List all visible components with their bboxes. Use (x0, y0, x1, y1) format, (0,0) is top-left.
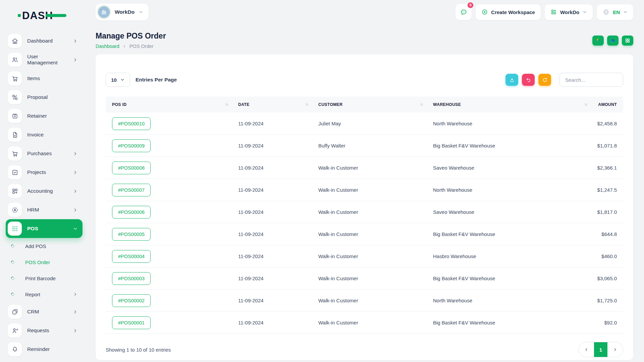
sidebar-subitem-add-pos[interactable]: Add POS (6, 238, 83, 254)
page-1-button[interactable]: 1 (594, 342, 607, 357)
cell-date: 11-09-2024 (232, 298, 312, 303)
chevron-right-icon (73, 309, 78, 314)
cell-date: 11-09-2024 (232, 231, 312, 237)
logo-accent-bar (46, 14, 66, 17)
column-header-warehouse[interactable]: WAREHOUSE (427, 97, 591, 113)
pos-id-link[interactable]: #POS00010 (112, 117, 151, 130)
pos-id-link[interactable]: #POS00001 (112, 316, 151, 329)
sidebar-subitem-report[interactable]: Report (6, 286, 83, 302)
sidebar-item-invoice[interactable]: Invoice (6, 125, 83, 144)
sidebar-item-label: Requests (27, 327, 49, 334)
chevron-right-icon (73, 328, 78, 333)
messages-button[interactable]: 0 (455, 4, 472, 20)
showing-entries-text: Showing 1 to 10 of 10 entries (106, 347, 171, 353)
sidebar-item-reminder[interactable]: Reminder (6, 340, 83, 359)
sidebar-item-crm[interactable]: CRM (6, 302, 83, 321)
table-body: #POS00010 11-09-2024 Juliet May North Wa… (106, 113, 623, 334)
cell-warehouse: Big Basket F&V Warehouse (427, 276, 591, 281)
pos-id-link[interactable]: #POS00003 (112, 272, 151, 285)
table-row: #POS00009 11-09-2024 Buffy Walter Big Ba… (106, 135, 623, 157)
app-switcher-button[interactable]: WorkDo (545, 4, 593, 20)
sort-icon (224, 102, 229, 107)
cell-customer: Walk-in Customer (312, 209, 427, 215)
table-row: #POS00004 11-09-2024 Walk-in Customer Ha… (106, 245, 623, 267)
sidebar-item-user-management[interactable]: User Management (6, 50, 83, 69)
sidebar-item-requests[interactable]: Requests (6, 321, 83, 340)
pos-order-card: 10 Entries Per Page (96, 54, 633, 360)
page-header-actions (592, 36, 633, 46)
icon-chip (8, 305, 22, 319)
sidebar-item-hrm[interactable]: HRM (6, 200, 83, 219)
refresh-button[interactable] (538, 74, 551, 86)
pos-id-link[interactable]: #POS00002 (112, 294, 151, 307)
cell-warehouse: North Warehouse (427, 298, 591, 303)
cell-customer: Walk-in Customer (312, 298, 427, 303)
check-square-icon (11, 169, 18, 176)
column-header-label: POS ID (112, 102, 126, 107)
column-header-pos-id[interactable]: POS ID (106, 97, 232, 113)
sidebar-subitem-pos-order[interactable]: POS Order (6, 254, 83, 270)
breadcrumb-current: POS Order (129, 44, 154, 49)
pos-id-link[interactable]: #POS00009 (112, 139, 151, 152)
sidebar: DASH Dashboard User Management Items Pro… (0, 0, 86, 362)
icon-chip (8, 53, 22, 67)
icon-chip (8, 203, 22, 217)
chevron-right-icon (613, 347, 618, 352)
search-input[interactable] (559, 73, 623, 87)
chevron-left-icon (584, 347, 589, 352)
breadcrumb-dashboard-link[interactable]: Dashboard (96, 44, 119, 49)
cell-customer: Walk-in Customer (312, 320, 427, 325)
table-row: #POS00006 11-09-2024 Walk-in Customer Sa… (106, 201, 623, 223)
person-plus-icon (11, 327, 18, 334)
entries-per-page-select[interactable]: 10 (106, 73, 130, 87)
next-page-button[interactable] (607, 342, 623, 357)
home-icon (11, 38, 18, 45)
create-workspace-label: Create Workspace (491, 9, 535, 15)
sidebar-item-dashboard[interactable]: Dashboard (6, 32, 83, 50)
sidebar-item-items[interactable]: Items (6, 69, 83, 88)
onedrive-button[interactable] (607, 36, 619, 46)
cell-amount: $1,071.8 (591, 143, 623, 148)
export-button[interactable] (505, 74, 518, 86)
sidebar-item-proposal[interactable]: Proposal (6, 88, 83, 107)
cell-warehouse: Big Basket F&V Warehouse (427, 231, 591, 237)
entries-per-page-value: 10 (111, 77, 117, 83)
table-row: #POS00005 11-09-2024 Walk-in Customer Bi… (106, 223, 623, 245)
sidebar-item-accounting[interactable]: Accounting (6, 182, 83, 200)
previous-page-button[interactable] (579, 342, 594, 357)
sidebar-item-label: Retainer (27, 113, 47, 119)
cell-customer: Walk-in Customer (312, 253, 427, 259)
sidebar-item-retainer[interactable]: Retainer (6, 107, 83, 125)
dots-grid-icon (11, 225, 18, 232)
column-header-customer[interactable]: CUSTOMER (312, 97, 427, 113)
column-header-date[interactable]: DATE (232, 97, 312, 113)
pos-id-link[interactable]: #POS00004 (112, 250, 151, 263)
language-selector[interactable]: EN (597, 4, 633, 20)
icon-chip (8, 342, 22, 356)
sort-icon (419, 102, 424, 107)
sidebar-item-purchases[interactable]: Purchases (6, 144, 83, 163)
sidebar-item-label: Projects (27, 169, 46, 175)
pos-id-link[interactable]: #POS00005 (112, 228, 151, 241)
pos-id-link[interactable]: #POS00007 (112, 184, 151, 196)
plus-circle-icon (481, 9, 488, 15)
sidebar-item-label: HRM (27, 207, 39, 213)
sidebar-item-pos[interactable]: POS (6, 219, 83, 238)
pos-id-link[interactable]: #POS00006 (112, 206, 151, 219)
chevron-right-icon (73, 292, 78, 297)
sidebar-subitem-print-barcode[interactable]: Print Barcode (6, 270, 83, 286)
pos-id-link[interactable]: #POS00008 (112, 162, 151, 174)
sidebar-item-projects[interactable]: Projects (6, 163, 83, 182)
column-header-label: AMOUNT (598, 102, 617, 107)
cell-amount: $1,725.0 (591, 298, 623, 303)
google-drive-button[interactable] (592, 36, 604, 46)
create-workspace-button[interactable]: Create Workspace (476, 4, 541, 20)
cart-icon (11, 150, 18, 157)
grid-view-button[interactable] (622, 36, 633, 46)
workspace-selector[interactable]: WorkDo (96, 4, 149, 20)
bullet-icon (10, 260, 15, 264)
brand-logo[interactable]: DASH (0, 0, 86, 32)
onedrive-icon (610, 38, 616, 44)
language-label: EN (613, 9, 620, 15)
undo-button[interactable] (522, 74, 535, 86)
